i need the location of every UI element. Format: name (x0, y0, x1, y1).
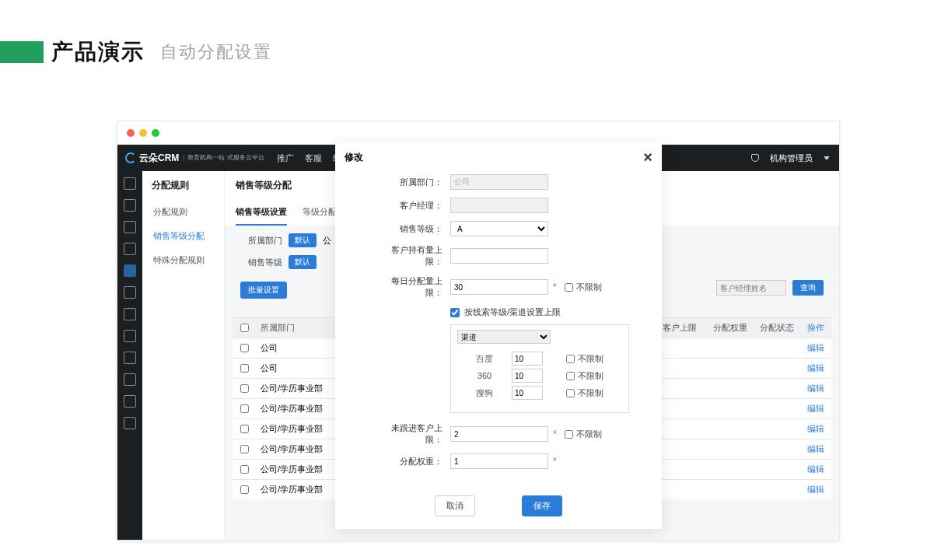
search-button[interactable]: 查询 (792, 280, 824, 296)
channel-nolimit-checkbox[interactable] (566, 355, 575, 363)
row-edit-link[interactable]: 编辑 (800, 423, 831, 435)
col-op: 操作 (800, 322, 831, 334)
select-level[interactable]: A (450, 221, 548, 236)
filter-level-value[interactable]: 默认 (289, 255, 317, 269)
required-asterisk: * (553, 456, 557, 467)
sidebar-item-rules[interactable]: 分配规则 (142, 200, 224, 224)
label-weight: 分配权重： (382, 456, 450, 467)
rail-phone-icon[interactable] (124, 373, 136, 386)
search-input[interactable] (716, 280, 786, 296)
row-checkbox[interactable] (240, 404, 249, 413)
select-channel-type[interactable]: 渠道 (457, 330, 551, 344)
current-user-label[interactable]: 机构管理员 (770, 152, 813, 164)
modal-title: 修改 (345, 151, 363, 164)
page-title-sub: 自动分配设置 (160, 40, 272, 64)
channel-name: 百度 (457, 353, 512, 365)
filter-level-label: 销售等级 (248, 257, 282, 268)
input-hold-cap[interactable] (450, 248, 548, 264)
checkbox-all[interactable] (240, 324, 249, 332)
rail-warning-icon[interactable] (124, 308, 136, 320)
filter-dept-label: 所属部门 (248, 235, 282, 247)
minimize-dot-icon[interactable] (139, 129, 147, 137)
brand-name: 云朵CRM (139, 152, 179, 165)
channel-value-input[interactable] (512, 369, 543, 383)
rail-doc-icon[interactable] (124, 352, 136, 364)
input-unfollow-cap[interactable] (450, 426, 548, 442)
rail-home-icon[interactable] (124, 286, 136, 299)
row-checkbox[interactable] (240, 465, 249, 474)
sidebar-item-sales-level[interactable]: 销售等级分配 (142, 224, 224, 248)
edit-modal: 修改 × 所属部门： 客户经理： 销售等级： A 客户持有量上限： (335, 143, 662, 529)
maximize-dot-icon[interactable] (152, 129, 159, 137)
row-edit-link[interactable]: 编辑 (800, 464, 831, 475)
row-edit-link[interactable]: 编辑 (800, 383, 831, 394)
accent-block (0, 41, 44, 63)
sidebar-item-special[interactable]: 特殊分配规则 (142, 248, 224, 272)
checkbox-by-channel[interactable] (450, 308, 460, 317)
cloud-logo-icon (125, 152, 136, 163)
row-edit-link[interactable]: 编辑 (800, 403, 831, 415)
topbar-right: 机构管理员 (751, 152, 839, 164)
channel-nolimit-checkbox[interactable] (566, 372, 575, 380)
channel-value-input[interactable] (512, 352, 543, 366)
rail-card-icon[interactable] (124, 417, 136, 429)
rail-settings-icon[interactable] (124, 264, 136, 277)
tab-level-settings[interactable]: 销售等级设置 (236, 200, 287, 226)
rail-users-icon[interactable] (124, 243, 136, 255)
label-unfollow-cap: 未跟进客户上限： (382, 422, 450, 446)
icon-rail (117, 171, 142, 540)
chevron-down-icon[interactable] (824, 156, 830, 160)
by-channel-label: 按线索等级/渠道设置上限 (464, 306, 561, 318)
nav-promote[interactable]: 推广 (277, 152, 294, 164)
rail-dashboard-icon[interactable] (124, 177, 136, 190)
channel-row: 百度 不限制 (457, 352, 622, 366)
search-bar: 查询 (716, 280, 824, 296)
bulk-set-button[interactable]: 批量设置 (240, 282, 287, 299)
page-title-main: 产品演示 (51, 37, 145, 67)
row-checkbox[interactable] (240, 384, 249, 393)
unfollow-nolimit-label: 不限制 (576, 429, 602, 440)
required-asterisk: * (553, 429, 557, 439)
filter-dept-extra: 公 (323, 235, 331, 247)
row-checkbox[interactable] (240, 425, 249, 433)
input-daily-cap[interactable] (450, 279, 548, 295)
row-checkbox[interactable] (240, 485, 249, 494)
checkbox-daily-nolimit[interactable] (565, 283, 573, 292)
window-traffic-lights (127, 129, 159, 137)
nav-service[interactable]: 客服 (305, 152, 322, 164)
left-panel: 分配规则 分配规则 销售等级分配 特殊分配规则 (142, 171, 225, 540)
input-dept (450, 174, 548, 190)
label-hold-cap: 客户持有量上限： (382, 244, 450, 268)
row-checkbox[interactable] (240, 344, 249, 352)
channel-nolimit-checkbox[interactable] (566, 389, 575, 397)
channel-nolimit-label: 不限制 (578, 353, 603, 365)
rail-chart-icon[interactable] (124, 221, 136, 233)
channel-nolimit-label: 不限制 (578, 387, 603, 399)
label-daily-cap: 每日分配量上限： (382, 275, 450, 299)
channel-name: 搜狗 (457, 387, 512, 399)
channel-config-box: 渠道 百度 不限制 360 不限制 搜狗 (450, 324, 629, 413)
cancel-button[interactable]: 取消 (435, 495, 475, 516)
channel-name: 360 (457, 371, 512, 380)
bell-icon[interactable] (751, 154, 759, 162)
row-edit-link[interactable]: 编辑 (800, 443, 831, 455)
left-panel-header: 分配规则 (142, 171, 224, 200)
save-button[interactable]: 保存 (522, 495, 562, 516)
input-weight[interactable] (450, 453, 548, 469)
rail-tag-icon[interactable] (124, 395, 136, 408)
page-header: 产品演示 自动分配设置 (0, 37, 272, 67)
row-checkbox[interactable] (240, 364, 249, 373)
row-edit-link[interactable]: 编辑 (800, 362, 831, 374)
row-checkbox[interactable] (240, 445, 249, 453)
col-weight: 分配权重 (707, 322, 754, 334)
close-dot-icon[interactable] (127, 129, 135, 137)
checkbox-unfollow-nolimit[interactable] (565, 430, 573, 439)
close-icon[interactable]: × (643, 149, 652, 165)
by-channel-toggle[interactable]: 按线索等级/渠道设置上限 (450, 306, 638, 318)
row-edit-link[interactable]: 编辑 (800, 484, 831, 495)
rail-shield-icon[interactable] (124, 199, 136, 212)
channel-value-input[interactable] (512, 386, 543, 400)
rail-person-icon[interactable] (124, 330, 136, 342)
row-edit-link[interactable]: 编辑 (800, 342, 831, 354)
filter-dept-value[interactable]: 默认 (289, 233, 317, 247)
